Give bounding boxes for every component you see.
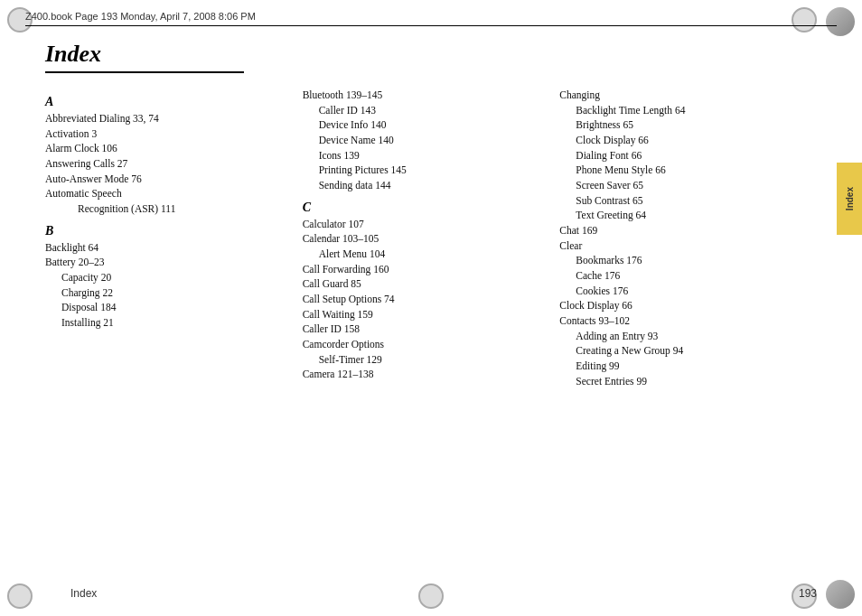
entry-call-forwarding: Call Forwarding 160 <box>303 262 551 277</box>
header-bar: Z400.book Page 193 Monday, April 7, 2008… <box>25 11 837 26</box>
entry-self-timer: Self-Timer 129 <box>303 352 551 368</box>
entry-calculator: Calculator 107 <box>303 217 551 232</box>
entry-brightness: Brightness 65 <box>559 117 808 133</box>
main-content: Index A Abbreviated Dialing 33, 74 Activ… <box>45 41 817 571</box>
entry-bluetooth: Bluetooth 139–145 <box>303 88 551 103</box>
entry-editing: Editing 99 <box>559 359 808 374</box>
index-heading: Index <box>45 41 817 68</box>
entry-installing: Installing 21 <box>45 315 294 331</box>
footer-left: Index <box>70 587 97 600</box>
page: Z400.book Page 193 Monday, April 7, 2008… <box>0 0 862 616</box>
entry-screen-saver: Screen Saver 65 <box>559 178 808 193</box>
column-1: A Abbreviated Dialing 33, 74 Activation … <box>45 88 303 388</box>
entry-text-greeting: Text Greeting 64 <box>559 208 808 223</box>
index-tab: Index <box>837 163 862 235</box>
entry-cookies: Cookies 176 <box>559 284 808 299</box>
entry-device-info: Device Info 140 <box>303 117 551 133</box>
entry-call-setup-options: Call Setup Options 74 <box>303 292 551 307</box>
entry-call-guard: Call Guard 85 <box>303 276 551 292</box>
entry-clock-display-changing: Clock Display 66 <box>559 133 808 148</box>
entry-contacts: Contacts 93–102 <box>559 313 808 329</box>
entry-calendar: Calendar 103–105 <box>303 231 551 247</box>
index-tab-label: Index <box>845 187 855 210</box>
section-letter-a: A <box>45 95 294 109</box>
columns-container: A Abbreviated Dialing 33, 74 Activation … <box>45 88 817 388</box>
heading-underline <box>45 71 244 73</box>
entry-sub-contrast: Sub Contrast 65 <box>559 193 808 209</box>
entry-camcorder-options: Camcorder Options <box>303 337 551 352</box>
entry-printing-pictures: Printing Pictures 145 <box>303 163 551 178</box>
footer: Index 193 <box>25 587 817 600</box>
entry-battery: Battery 20–23 <box>45 255 294 270</box>
entry-chat: Chat 169 <box>559 223 808 238</box>
entry-backlight-time: Backlight Time Length 64 <box>559 103 808 118</box>
entry-capacity: Capacity 20 <box>45 270 294 285</box>
entry-bt-caller-id: Caller ID 143 <box>303 103 551 118</box>
entry-answering-calls: Answering Calls 27 <box>45 156 294 172</box>
entry-device-name: Device Name 140 <box>303 133 551 148</box>
entry-auto-answer: Auto-Answer Mode 76 <box>45 172 294 187</box>
section-letter-b: B <box>45 224 294 238</box>
entry-caller-id: Caller ID 158 <box>303 322 551 337</box>
entry-cache: Cache 176 <box>559 268 808 284</box>
entry-bookmarks: Bookmarks 176 <box>559 253 808 268</box>
entry-disposal: Disposal 184 <box>45 300 294 315</box>
header-text: Z400.book Page 193 Monday, April 7, 2008… <box>25 11 256 22</box>
entry-alert-menu: Alert Menu 104 <box>303 247 551 262</box>
entry-icons: Icons 139 <box>303 148 551 163</box>
column-2: Bluetooth 139–145 Caller ID 143 Device I… <box>303 88 560 388</box>
entry-activation: Activation 3 <box>45 126 294 142</box>
footer-right: 193 <box>799 587 817 600</box>
entry-clock-display: Clock Display 66 <box>559 298 808 313</box>
entry-call-waiting: Call Waiting 159 <box>303 307 551 322</box>
entry-abbreviated-dialing: Abbreviated Dialing 33, 74 <box>45 111 294 126</box>
entry-clear: Clear <box>559 238 808 254</box>
section-letter-c: C <box>303 201 551 215</box>
entry-dialing-font: Dialing Font 66 <box>559 148 808 163</box>
entry-alarm-clock: Alarm Clock 106 <box>45 141 294 156</box>
entry-asr: Recognition (ASR) 111 <box>45 201 294 217</box>
entry-adding-entry: Adding an Entry 93 <box>559 329 808 344</box>
entry-secret-entries: Secret Entries 99 <box>559 374 808 389</box>
entry-creating-new-group: Creating a New Group 94 <box>559 343 808 359</box>
entry-sending-data: Sending data 144 <box>303 178 551 193</box>
entry-charging: Charging 22 <box>45 285 294 301</box>
entry-automatic-speech: Automatic Speech <box>45 186 294 201</box>
entry-camera: Camera 121–138 <box>303 367 551 382</box>
entry-phone-menu-style: Phone Menu Style 66 <box>559 163 808 178</box>
entry-backlight: Backlight 64 <box>45 240 294 256</box>
entry-changing: Changing <box>559 88 808 103</box>
corner-decoration-bottom-right-outer <box>826 580 855 609</box>
column-3: Changing Backlight Time Length 64 Bright… <box>559 88 817 388</box>
